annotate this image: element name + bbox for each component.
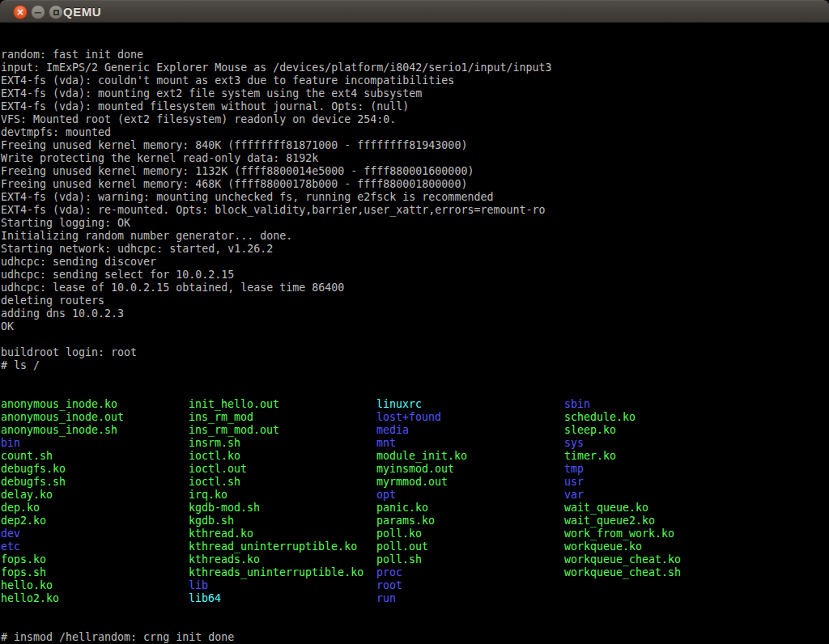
terminal-line: # insmod /hellrandom: crng init done: [1, 631, 829, 644]
ls-entry: kthreads_uninterruptible.ko: [189, 566, 363, 579]
ls-entry: mnt: [376, 437, 467, 450]
ls-entry: hello.ko: [1, 579, 124, 592]
ls-entry: poll.ko: [376, 527, 467, 540]
ls-entry: ioctl.sh: [189, 476, 363, 489]
shell-log: # insmod /hellrandom: crng init done# in…: [1, 631, 829, 644]
terminal-line: Initializing random number generator... …: [1, 230, 829, 243]
ls-entry: sleep.ko: [564, 424, 681, 437]
ls-entry: wait_queue2.ko: [564, 515, 681, 527]
terminal-line: input: ImExPS/2 Generic Explorer Mouse a…: [1, 61, 829, 74]
terminal-screen[interactable]: random: fast init doneinput: ImExPS/2 Ge…: [0, 23, 829, 644]
terminal-line: buildroot login: root: [1, 346, 829, 359]
ls-entry: work_from_work.ko: [564, 527, 681, 540]
ls-output: anonymous_inode.koanonymous_inode.outano…: [1, 398, 829, 605]
ls-entry: ioctl.ko: [189, 450, 363, 463]
ls-entry: poll.out: [376, 540, 467, 553]
ls-entry: media: [376, 424, 467, 437]
ls-entry: anonymous_inode.ko: [1, 398, 124, 411]
terminal-line: udhcpc: lease of 10.0.2.15 obtained, lea…: [1, 282, 829, 294]
terminal-line: Freeing unused kernel memory: 840K (ffff…: [1, 139, 829, 152]
ls-entry: wait_queue.ko: [564, 502, 681, 515]
ls-entry: count.sh: [1, 450, 124, 463]
ls-entry: bin: [1, 437, 124, 450]
ls-entry: panic.ko: [376, 502, 467, 515]
terminal-line: udhcpc: sending discover: [1, 256, 829, 269]
ls-entry: kthreads.ko: [189, 553, 363, 566]
ls-entry: fops.sh: [1, 566, 124, 579]
ls-entry: lib64: [189, 592, 363, 605]
ls-entry: proc: [376, 566, 467, 579]
ls-entry: hello2.ko: [1, 592, 124, 605]
ls-entry: tmp: [564, 463, 681, 476]
ls-column: linuxrclost+foundmediamntmodule_init.kom…: [376, 398, 467, 605]
minimize-button[interactable]: −: [31, 5, 45, 19]
ls-entry: var: [564, 489, 681, 502]
terminal-line: [1, 333, 829, 346]
ls-entry: dep2.ko: [1, 515, 124, 527]
ls-entry: timer.ko: [564, 450, 681, 463]
ls-column: anonymous_inode.koanonymous_inode.outano…: [1, 398, 124, 605]
terminal-line: EXT4-fs (vda): warning: mounting uncheck…: [1, 191, 829, 204]
ls-entry: etc: [1, 540, 124, 553]
ls-entry: linuxrc: [376, 398, 467, 411]
ls-entry: myinsmod.out: [376, 463, 467, 476]
terminal-line: OK: [1, 320, 829, 333]
ls-entry: sbin: [564, 398, 681, 411]
ls-entry: root: [376, 579, 467, 592]
terminal-line: EXT4-fs (vda): re-mounted. Opts: block_v…: [1, 204, 829, 217]
ls-entry: sys: [564, 437, 681, 450]
terminal-line: VFS: Mounted root (ext2 filesystem) read…: [1, 113, 829, 126]
terminal-line: Freeing unused kernel memory: 1132K (fff…: [1, 165, 829, 178]
maximize-button[interactable]: [49, 5, 63, 19]
ls-entry: lost+found: [376, 411, 467, 424]
ls-entry: delay.ko: [1, 489, 124, 502]
terminal-line: random: fast init done: [1, 49, 829, 61]
ls-column: sbinschedule.kosleep.kosystimer.kotmpusr…: [564, 398, 681, 579]
titlebar[interactable]: × − QEMU: [0, 0, 829, 23]
ls-entry: irq.ko: [189, 489, 363, 502]
ls-entry: debugfs.sh: [1, 476, 124, 489]
ls-entry: kgdb-mod.sh: [189, 502, 363, 515]
ls-entry: myrmmod.out: [376, 476, 467, 489]
terminal-line: Starting logging: OK: [1, 217, 829, 230]
ls-entry: init_hello.out: [189, 398, 363, 411]
ls-entry: anonymous_inode.sh: [1, 424, 124, 437]
ls-entry: params.ko: [376, 515, 467, 527]
window-title: QEMU: [63, 5, 101, 19]
ls-entry: debugfs.ko: [1, 463, 124, 476]
terminal-line: devtmpfs: mounted: [1, 126, 829, 139]
ls-entry: ioctl.out: [189, 463, 363, 476]
ls-entry: kgdb.sh: [189, 515, 363, 527]
terminal-line: adding dns 10.0.2.3: [1, 307, 829, 320]
ls-entry: opt: [376, 489, 467, 502]
ls-entry: ins_rm_mod: [189, 411, 363, 424]
ls-entry: fops.ko: [1, 553, 124, 566]
terminal-line: Starting network: udhcpc: started, v1.26…: [1, 243, 829, 256]
close-icon: ×: [16, 7, 24, 17]
terminal-line: Freeing unused kernel memory: 468K (ffff…: [1, 178, 829, 191]
qemu-window: × − QEMU random: fast init doneinput: Im…: [0, 0, 829, 644]
boot-log: random: fast init doneinput: ImExPS/2 Ge…: [1, 49, 829, 372]
ls-entry: lib: [189, 579, 363, 592]
ls-entry: anonymous_inode.out: [1, 411, 124, 424]
ls-entry: workqueue_cheat.ko: [564, 553, 681, 566]
close-button[interactable]: ×: [13, 5, 28, 19]
ls-entry: run: [376, 592, 467, 605]
ls-entry: module_init.ko: [376, 450, 467, 463]
terminal-line: Write protecting the kernel read-only da…: [1, 152, 829, 165]
ls-entry: kthread_uninterruptible.ko: [189, 540, 363, 553]
ls-column: init_hello.outins_rm_modins_rm_mod.outin…: [189, 398, 363, 605]
ls-entry: usr: [564, 476, 681, 489]
ls-entry: schedule.ko: [564, 411, 681, 424]
ls-entry: dev: [1, 527, 124, 540]
maximize-icon: [53, 10, 59, 15]
ls-entry: kthread.ko: [189, 527, 363, 540]
ls-entry: workqueue.ko: [564, 540, 681, 553]
terminal-line: # ls /: [1, 359, 829, 372]
terminal-line: EXT4-fs (vda): mounted filesystem withou…: [1, 100, 829, 113]
ls-entry: dep.ko: [1, 502, 124, 515]
terminal-line: deleting routers: [1, 294, 829, 307]
ls-entry: poll.sh: [376, 553, 467, 566]
minimize-icon: −: [34, 7, 43, 18]
terminal-line: EXT4-fs (vda): mounting ext2 file system…: [1, 87, 829, 100]
